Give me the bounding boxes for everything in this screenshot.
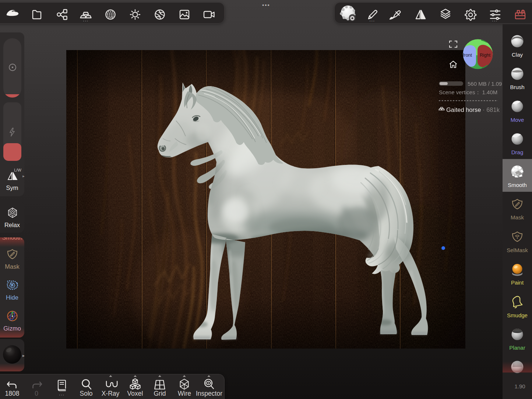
svg-text:Right: Right	[480, 53, 491, 58]
svg-text:front: front	[463, 53, 472, 58]
